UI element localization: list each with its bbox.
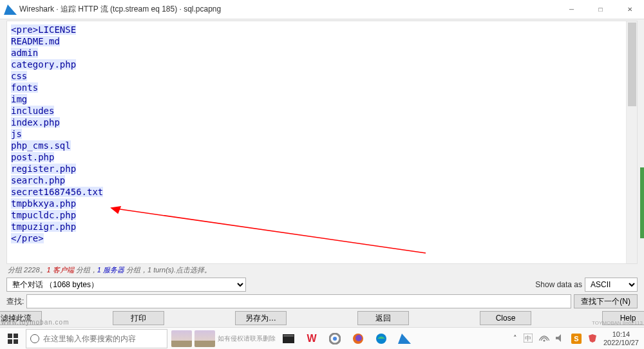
find-input[interactable] [26, 294, 571, 308]
firefox-icon[interactable] [348, 330, 368, 348]
svg-point-10 [333, 337, 337, 341]
start-button[interactable] [0, 328, 26, 350]
svg-rect-4 [14, 334, 18, 338]
side-marker [640, 167, 644, 238]
edge-icon[interactable] [371, 330, 392, 348]
minimize-button[interactable]: ─ [557, 0, 586, 19]
tray-ime-icon[interactable]: 中 [524, 334, 533, 344]
svg-point-17 [543, 339, 545, 341]
scrollbar[interactable] [626, 21, 637, 263]
svg-marker-14 [398, 334, 411, 344]
system-tray: ˄ 中 S 10:14 2022/10/27 [513, 330, 644, 347]
button-row: 滤掉此流 打印 另存为… 返回 Close Help [0, 310, 644, 325]
thumbnail-1[interactable] [171, 330, 192, 348]
svg-marker-19 [589, 334, 596, 343]
tray-network-icon[interactable] [539, 334, 549, 343]
print-button[interactable]: 打印 [113, 311, 164, 325]
wps-icon[interactable]: W [301, 330, 322, 348]
wireshark-icon [4, 5, 17, 15]
search-icon [30, 334, 39, 343]
wireshark-taskbar-icon[interactable] [394, 330, 415, 348]
thumbnail-2[interactable] [194, 330, 215, 348]
chrome-icon[interactable] [325, 330, 345, 348]
watermark-left: www.toymoban.com [1, 319, 69, 326]
svg-text:中: 中 [525, 335, 531, 342]
taskbar-clock[interactable]: 10:14 2022/10/27 [603, 330, 639, 347]
tray-volume-icon[interactable] [556, 334, 565, 343]
tray-shield-icon[interactable] [588, 334, 597, 344]
taskbar-search-input[interactable] [43, 334, 163, 343]
svg-point-12 [355, 335, 362, 341]
window-title: Wireshark · 追踪 HTTP 流 (tcp.stream eq 185… [17, 4, 557, 15]
maximize-button[interactable]: □ [586, 0, 615, 19]
find-next-button[interactable]: 查找下一个(N) [574, 294, 638, 308]
save-as-button[interactable]: 另存为… [235, 311, 287, 325]
http-stream-textarea[interactable]: <pre>LICENSE README.md admin category.ph… [6, 21, 638, 264]
watermark-mid: 如有侵权请联系删除 [218, 330, 276, 348]
tray-s-icon[interactable]: S [571, 334, 582, 344]
find-row: 查找: 查找下一个(N) [0, 293, 644, 310]
tray-chevron-icon[interactable]: ˄ [513, 334, 517, 343]
close-dialog-button[interactable]: Close [480, 311, 531, 325]
terminal-icon[interactable] [278, 330, 299, 348]
encoding-select[interactable]: ASCII [585, 278, 638, 292]
svg-rect-6 [14, 339, 18, 344]
svg-marker-0 [4, 5, 17, 15]
watermark-right: TOYMOBAN 8n62113 [592, 320, 643, 326]
conversation-select[interactable]: 整个对话 （1068 bytes） [6, 278, 246, 292]
show-data-as-label: Show data as [535, 280, 582, 289]
svg-rect-3 [8, 334, 12, 338]
conversation-row: 整个对话 （1068 bytes） Show data as ASCII [0, 276, 644, 293]
stats-line: 分组 2228。1 客户端 分组，1 服务器 分组，1 turn(s).点击选择… [0, 264, 644, 276]
close-button[interactable]: ✕ [615, 0, 644, 19]
taskbar-icons: 如有侵权请联系删除 W [167, 330, 415, 348]
titlebar: Wireshark · 追踪 HTTP 流 (tcp.stream eq 185… [0, 0, 644, 19]
svg-marker-18 [556, 334, 561, 342]
svg-rect-8 [283, 335, 294, 337]
taskbar: 如有侵权请联系删除 W ˄ 中 S 10:14 2022/10/27 [0, 327, 644, 349]
taskbar-search[interactable] [26, 329, 167, 348]
find-label: 查找: [6, 296, 24, 307]
svg-rect-5 [8, 339, 12, 344]
back-button[interactable]: 返回 [357, 311, 409, 325]
